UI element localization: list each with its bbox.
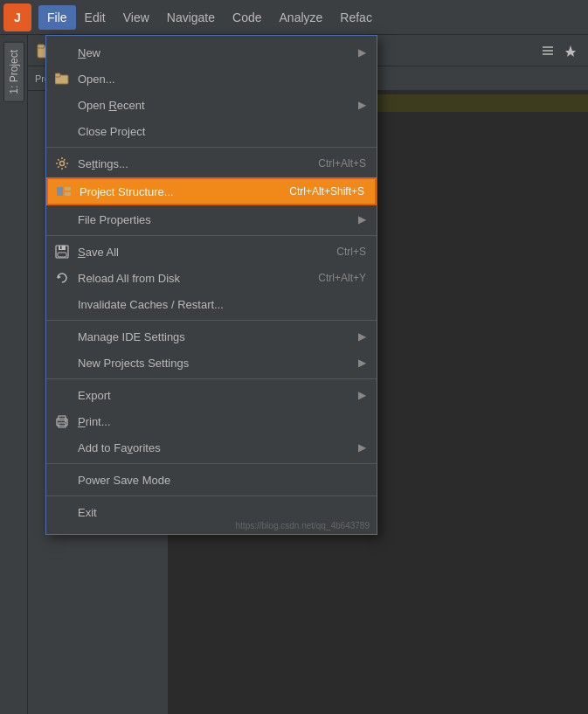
menu-item-project-structure[interactable]: Project Structure... Ctrl+Alt+Shift+S bbox=[46, 177, 377, 205]
open-recent-icon bbox=[53, 96, 71, 114]
menu-url: https://blog.csdn.net/qq_4b643789 bbox=[236, 521, 370, 530]
divider-1 bbox=[46, 147, 377, 148]
menu-item-print[interactable]: Print... bbox=[46, 408, 377, 434]
menu-item-save-all[interactable]: Save All Ctrl+S bbox=[46, 239, 377, 265]
divider-5 bbox=[46, 463, 377, 464]
divider-3 bbox=[46, 320, 377, 321]
settings-icon bbox=[53, 155, 71, 172]
menu-item-invalidate-caches[interactable]: Invalidate Caches / Restart... bbox=[46, 291, 377, 317]
menu-item-open[interactable]: Open... bbox=[46, 66, 377, 92]
divider-2 bbox=[46, 235, 377, 236]
svg-point-12 bbox=[60, 162, 65, 166]
manage-ide-icon bbox=[53, 328, 71, 345]
export-icon bbox=[53, 386, 71, 404]
svg-rect-13 bbox=[57, 187, 63, 196]
menu-item-file-properties[interactable]: File Properties ▶ bbox=[46, 206, 377, 232]
svg-rect-18 bbox=[58, 253, 66, 257]
new-icon bbox=[53, 44, 71, 61]
open-icon bbox=[53, 70, 71, 87]
svg-rect-17 bbox=[59, 246, 66, 250]
invalidate-icon bbox=[53, 295, 71, 313]
menu-item-reload-all[interactable]: Reload All from Disk Ctrl+Alt+Y bbox=[46, 265, 377, 291]
menu-item-new[interactable]: New ▶ bbox=[46, 39, 377, 66]
file-menu-dropdown: New ▶ Open... Open Recent ▶ Close bbox=[45, 35, 377, 535]
save-all-icon bbox=[53, 243, 71, 260]
menu-item-manage-ide[interactable]: Manage IDE Settings ▶ bbox=[46, 323, 377, 350]
menu-item-add-to-favorites[interactable]: Add to Favorites ▶ bbox=[46, 434, 377, 461]
svg-marker-20 bbox=[58, 275, 61, 279]
project-structure-icon bbox=[55, 183, 73, 200]
print-icon bbox=[53, 412, 71, 430]
reload-icon bbox=[53, 269, 71, 287]
new-projects-icon bbox=[53, 354, 71, 371]
close-project-icon bbox=[53, 122, 71, 140]
svg-rect-19 bbox=[60, 246, 62, 250]
menu-item-power-save-mode[interactable]: Power Save Mode bbox=[46, 467, 377, 493]
menu-item-new-projects-settings[interactable]: New Projects Settings ▶ bbox=[46, 350, 377, 376]
menu-item-settings[interactable]: Settings... Ctrl+Alt+S bbox=[46, 150, 377, 177]
menu-item-export[interactable]: Export ▶ bbox=[46, 382, 377, 408]
power-save-icon bbox=[53, 471, 71, 489]
svg-rect-11 bbox=[55, 73, 60, 77]
menu-item-open-recent[interactable]: Open Recent ▶ bbox=[46, 92, 377, 118]
divider-6 bbox=[46, 496, 377, 496]
file-properties-icon bbox=[53, 211, 71, 228]
exit-icon bbox=[53, 503, 71, 521]
svg-point-24 bbox=[65, 420, 66, 422]
dropdown-overlay: New ▶ Open... Open Recent ▶ Close bbox=[0, 0, 588, 714]
favorites-icon bbox=[53, 439, 71, 456]
menu-item-close-project[interactable]: Close Project bbox=[46, 118, 377, 144]
svg-rect-15 bbox=[65, 192, 71, 196]
svg-rect-14 bbox=[65, 187, 71, 191]
divider-4 bbox=[46, 378, 377, 379]
ide-window: J File Edit View Navigate Code Analyze R… bbox=[0, 0, 588, 714]
